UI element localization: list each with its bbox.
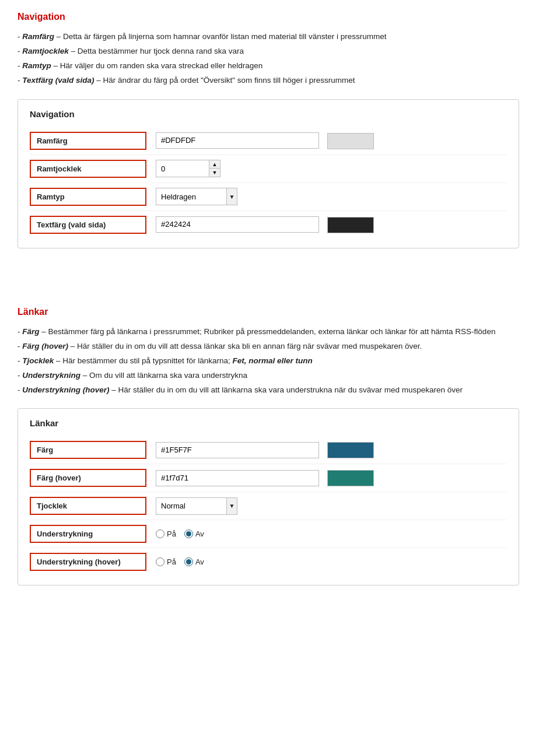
understrykning-av-radio[interactable]: [184, 529, 193, 538]
understrykning-pa-text: På: [167, 529, 176, 538]
understrykning-hover-input-cell: På Av: [146, 557, 204, 566]
spinner-down-button[interactable]: ▼: [209, 169, 220, 177]
understrykning-hover-row: Understrykning (hover) På Av: [30, 548, 507, 576]
understrykning-hover-pa-label[interactable]: På: [156, 557, 176, 566]
understrykning-radio-group: På Av: [156, 529, 204, 538]
tjocklek-row: Tjocklek Normal Fet Tunn ▼: [30, 492, 507, 520]
ramtyp-input-cell: Heldragen Streckad ▼: [146, 188, 237, 205]
lankar-description: - Färg – Bestämmer färg på länkarna i pr…: [18, 325, 542, 397]
tjocklek-select-arrow: ▼: [226, 498, 237, 514]
farg-label: Färg: [30, 441, 146, 459]
tjocklek-select[interactable]: Normal Fet Tunn: [156, 498, 226, 514]
ramtjocklek-input[interactable]: [156, 160, 209, 177]
navigation-section: Navigation - Ramfärg – Detta är färgen p…: [18, 12, 542, 248]
navigation-description: - Ramfärg – Detta är färgen på linjerna …: [18, 30, 542, 87]
ramtyp-row: Ramtyp Heldragen Streckad ▼: [30, 183, 507, 211]
ramtyp-label: Ramtyp: [30, 188, 146, 206]
ramtyp-select-wrapper: Heldragen Streckad ▼: [156, 188, 237, 205]
farg-hover-label: Färg (hover): [30, 469, 146, 487]
ramfarg-label: Ramfärg: [30, 132, 146, 150]
lankar-settings-box: Länkar Färg Färg (hover) Tjocklek No: [18, 408, 519, 585]
farg-color-preview: [327, 442, 374, 458]
tjocklek-label: Tjocklek: [30, 497, 146, 515]
lankar-box-title: Länkar: [30, 418, 507, 428]
textfarg-color-preview: [327, 217, 374, 233]
understrykning-hover-radio-group: På Av: [156, 557, 204, 566]
farg-hover-row: Färg (hover): [30, 464, 507, 492]
ramtyp-select-arrow: ▼: [226, 188, 237, 205]
ramtjocklek-row: Ramtjocklek ▲ ▼: [30, 155, 507, 183]
farg-hover-color-preview: [327, 470, 374, 486]
textfarg-row: Textfärg (vald sida): [30, 211, 507, 239]
farg-hover-input-cell: [146, 470, 374, 487]
ramfarg-input-cell: [146, 132, 507, 149]
ramtyp-select[interactable]: Heldragen Streckad: [156, 188, 226, 205]
understrykning-label: Understrykning: [30, 525, 146, 543]
spinner-up-button[interactable]: ▲: [209, 160, 220, 169]
spacer-1: [18, 272, 542, 289]
understrykning-hover-av-text: Av: [195, 557, 204, 566]
ramtjocklek-spinner: ▲ ▼: [156, 160, 220, 177]
spinner-buttons: ▲ ▼: [209, 160, 220, 177]
farg-input-cell: [146, 442, 374, 459]
understrykning-hover-pa-radio[interactable]: [156, 557, 164, 566]
farg-input[interactable]: [156, 442, 319, 458]
understrykning-pa-radio[interactable]: [156, 529, 164, 538]
understrykning-av-label[interactable]: Av: [184, 529, 204, 538]
understrykning-hover-pa-text: På: [167, 557, 176, 566]
understrykning-av-text: Av: [195, 529, 204, 538]
understrykning-hover-av-label[interactable]: Av: [184, 557, 204, 566]
understrykning-hover-label: Understrykning (hover): [30, 553, 146, 571]
spacer-2: [18, 289, 542, 307]
textfarg-input[interactable]: [156, 216, 319, 233]
farg-hover-input[interactable]: [156, 470, 319, 486]
tjocklek-select-wrapper: Normal Fet Tunn ▼: [156, 497, 237, 515]
textfarg-input-cell: [146, 216, 374, 233]
ramtjocklek-input-cell: ▲ ▼: [146, 160, 220, 177]
understrykning-input-cell: På Av: [146, 529, 204, 538]
navigation-box-title: Navigation: [30, 109, 507, 119]
lankar-section: Länkar - Färg – Bestämmer färg på länkar…: [18, 307, 542, 586]
understrykning-hover-av-radio[interactable]: [184, 557, 193, 566]
understrykning-pa-label[interactable]: På: [156, 529, 176, 538]
ramtjocklek-label: Ramtjocklek: [30, 160, 146, 178]
textfarg-label: Textfärg (vald sida): [30, 216, 146, 234]
lankar-title: Länkar: [18, 307, 542, 317]
ramfarg-color-preview: [327, 133, 374, 149]
navigation-settings-box: Navigation Ramfärg Ramtjocklek ▲ ▼: [18, 99, 519, 248]
navigation-title: Navigation: [18, 12, 542, 22]
ramfarg-input[interactable]: [156, 132, 319, 149]
tjocklek-input-cell: Normal Fet Tunn ▼: [146, 497, 237, 515]
ramfarg-row: Ramfärg: [30, 127, 507, 155]
farg-row: Färg: [30, 436, 507, 464]
understrykning-row: Understrykning På Av: [30, 520, 507, 548]
